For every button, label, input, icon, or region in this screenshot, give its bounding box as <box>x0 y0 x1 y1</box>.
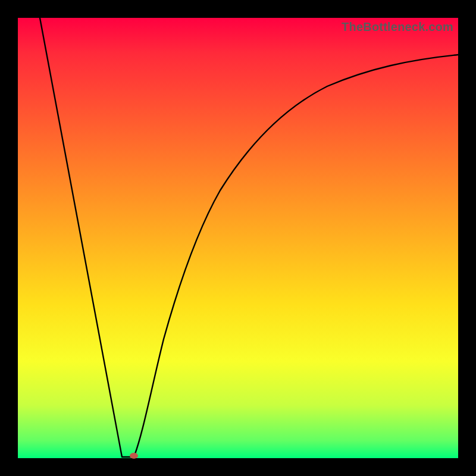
minimum-marker <box>130 453 138 459</box>
plot-area: TheBottleneck.com <box>18 18 458 458</box>
chart-frame: TheBottleneck.com <box>0 0 476 476</box>
curve-layer <box>18 18 458 458</box>
bottleneck-curve <box>40 18 458 457</box>
